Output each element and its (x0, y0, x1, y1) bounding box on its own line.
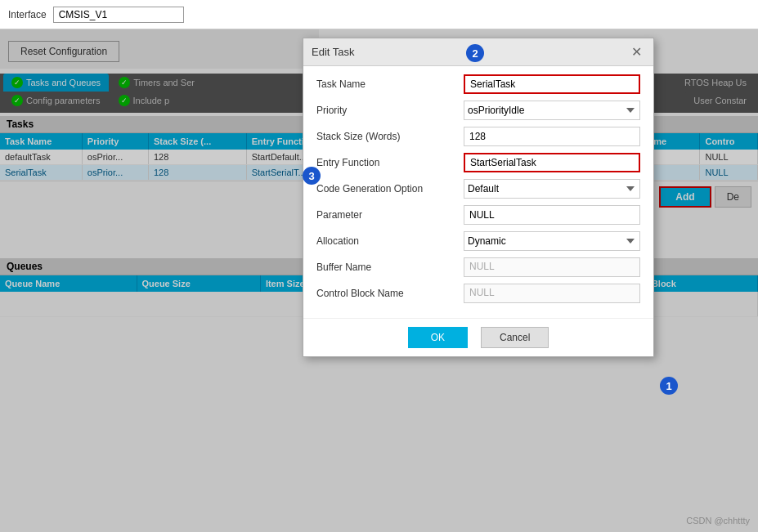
allocation-row: Allocation Dynamic (316, 231, 640, 251)
badge-2: 2 (466, 44, 484, 62)
modal-title: Edit Task (312, 46, 355, 58)
entry-function-input[interactable] (464, 153, 640, 172)
code-gen-select[interactable]: Default (464, 179, 640, 199)
interface-input[interactable] (53, 7, 184, 23)
modal-close-button[interactable]: ✕ (628, 44, 645, 60)
code-gen-row: Code Generation Option Default (316, 179, 640, 199)
code-gen-label: Code Generation Option (316, 183, 464, 194)
stack-size-label: Stack Size (Words) (316, 131, 464, 142)
task-name-input[interactable] (464, 74, 640, 94)
buffer-name-row: Buffer Name NULL (316, 257, 640, 277)
cancel-button[interactable]: Cancel (481, 327, 549, 348)
task-name-label: Task Name (316, 78, 464, 90)
edit-task-dialog: Edit Task ✕ Task Name Priority osPriorit… (303, 38, 654, 357)
modal-footer: OK Cancel (303, 318, 653, 356)
badge-1: 1 (660, 377, 678, 395)
control-block-row: Control Block Name NULL (316, 284, 640, 303)
parameter-row: Parameter (316, 205, 640, 225)
interface-label: Interface (8, 9, 47, 20)
priority-row: Priority osPriorityIdle (316, 101, 640, 120)
entry-function-row: Entry Function (316, 153, 640, 172)
stack-size-input[interactable] (464, 127, 640, 146)
priority-label: Priority (316, 105, 464, 116)
allocation-select[interactable]: Dynamic (464, 231, 640, 251)
buffer-name-label: Buffer Name (316, 262, 464, 273)
parameter-label: Parameter (316, 209, 464, 221)
control-block-label: Control Block Name (316, 288, 464, 299)
ok-button[interactable]: OK (408, 327, 468, 348)
buffer-name-value: NULL (464, 257, 640, 277)
allocation-label: Allocation (316, 235, 464, 247)
task-name-row: Task Name (316, 74, 640, 94)
entry-function-label: Entry Function (316, 157, 464, 168)
badge-3: 3 (303, 167, 321, 185)
control-block-value: NULL (464, 284, 640, 303)
parameter-input[interactable] (464, 205, 640, 225)
main-content: Reset Configuration ✓ Tasks and Queues ✓… (0, 29, 758, 532)
modal-body: Task Name Priority osPriorityIdle Stack … (303, 66, 653, 318)
priority-select[interactable]: osPriorityIdle (464, 101, 640, 120)
stack-size-row: Stack Size (Words) (316, 127, 640, 146)
top-bar: Interface (0, 0, 758, 29)
